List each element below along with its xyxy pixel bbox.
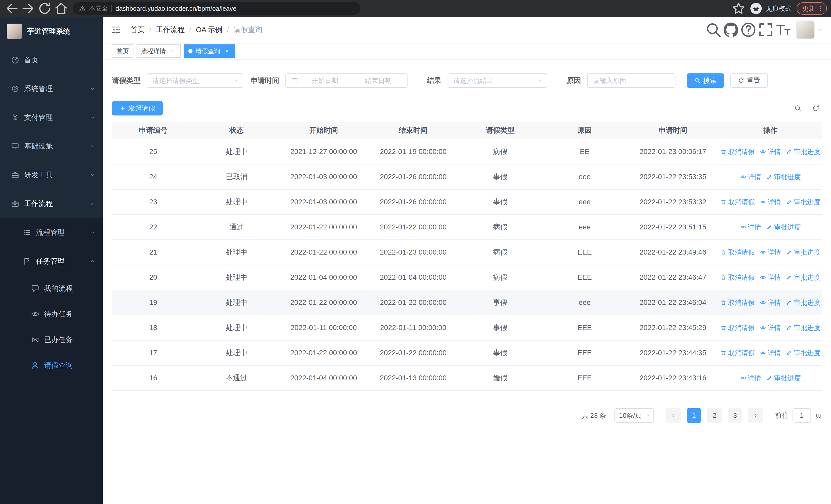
op-approval-progress-link[interactable]: 审批进度 — [786, 198, 821, 207]
eye-icon — [760, 199, 766, 205]
op-label: 取消请假 — [728, 198, 755, 207]
search-toggle-icon[interactable] — [794, 105, 802, 112]
page-1-button[interactable]: 1 — [687, 408, 701, 423]
breadcrumb-item[interactable]: OA 示例 — [196, 25, 223, 35]
op-detail-link[interactable]: 详情 — [760, 298, 781, 307]
browser-forward-icon[interactable] — [21, 1, 36, 16]
browser-home-icon[interactable] — [53, 1, 69, 16]
op-approval-progress-link[interactable]: 审批进度 — [786, 147, 821, 156]
op-approval-progress-link[interactable]: 审批进度 — [786, 349, 821, 357]
op-cancel-leave-link[interactable]: 取消请假 — [720, 298, 755, 307]
sidebar-item-todo-task[interactable]: 待办任务 — [0, 301, 103, 327]
cell-status: 处理中 — [195, 240, 279, 265]
op-approval-progress-link[interactable]: 审批进度 — [766, 374, 801, 383]
cell-apply-time: 2022-01-23 00:06:17 — [627, 139, 719, 164]
update-button[interactable]: 更新 — [797, 2, 827, 14]
op-cancel-leave-link[interactable]: 取消请假 — [720, 323, 755, 332]
font-size-icon[interactable] — [775, 21, 792, 38]
fullscreen-icon[interactable] — [757, 21, 775, 38]
sidebar-item-task-management[interactable]: 任务管理 — [0, 247, 103, 276]
op-detail-link[interactable]: 详情 — [760, 248, 781, 257]
op-cancel-leave-link[interactable]: 取消请假 — [720, 273, 755, 282]
op-detail-link[interactable]: 详情 — [740, 173, 761, 181]
op-approval-progress-link[interactable]: 审批进度 — [766, 173, 801, 181]
result-select[interactable]: 请选择流结果 — [448, 73, 547, 88]
tab-process-detail[interactable]: 流程详情 — [137, 45, 181, 58]
page-3-button[interactable]: 3 — [728, 408, 742, 423]
url-text: dashboard.yudao.iocoder.cn/bpm/oa/leave — [115, 5, 236, 12]
edit-icon — [786, 325, 792, 331]
breadcrumb-separator: / — [190, 26, 192, 34]
op-approval-progress-link[interactable]: 审批进度 — [766, 223, 801, 232]
op-approval-progress-link[interactable]: 审批进度 — [786, 323, 821, 332]
cell-leave-type: 病假 — [458, 240, 543, 265]
sidebar-item-infrastructure[interactable]: 基础设施 — [0, 132, 103, 161]
table-refresh-icon[interactable] — [812, 105, 820, 112]
op-detail-link[interactable]: 详情 — [760, 273, 781, 282]
prev-page-button[interactable] — [666, 408, 681, 423]
table-row: 20处理中2022-01-04 00:00:002022-01-04 00:00… — [112, 265, 822, 290]
eye-icon — [31, 310, 39, 319]
op-cancel-leave-link[interactable]: 取消请假 — [720, 147, 755, 156]
browser-back-icon[interactable] — [4, 1, 20, 16]
sidebar-toggle-icon[interactable] — [111, 25, 121, 35]
sidebar-item-process-management[interactable]: 流程管理 — [0, 218, 103, 247]
leave-type-select[interactable]: 请选择请假类型 — [147, 73, 243, 88]
op-detail-link[interactable]: 详情 — [760, 323, 781, 332]
cell-operations: 取消请假详情审批进度 — [719, 290, 822, 315]
sidebar-item-leave-query[interactable]: 请假查询 — [0, 353, 103, 378]
column-header: 操作 — [719, 122, 822, 139]
search-button[interactable]: 搜索 — [687, 73, 724, 88]
op-label: 审批进度 — [774, 223, 801, 232]
next-page-button[interactable] — [748, 408, 763, 423]
op-cancel-leave-link[interactable]: 取消请假 — [720, 198, 755, 207]
op-detail-link[interactable]: 详情 — [760, 349, 781, 357]
op-approval-progress-link[interactable]: 审批进度 — [786, 248, 821, 257]
apply-time-range-picker[interactable]: 开始日期 - 结束日期 — [285, 73, 407, 88]
tab-label: 流程详情 — [141, 47, 166, 55]
reason-input[interactable] — [587, 73, 676, 88]
avatar-caret-icon[interactable] — [818, 27, 823, 32]
op-detail-link[interactable]: 详情 — [740, 374, 761, 383]
sidebar-item-label: 系统管理 — [24, 84, 53, 94]
sidebar-item-my-process[interactable]: 我的流程 — [0, 276, 103, 301]
help-icon[interactable] — [740, 21, 757, 38]
browser-reload-icon[interactable] — [37, 1, 52, 16]
sidebar-item-done-task[interactable]: 已办任务 — [0, 327, 103, 353]
github-icon[interactable] — [722, 21, 740, 38]
op-detail-link[interactable]: 详情 — [760, 147, 781, 156]
leave-type-label: 请假类型 — [112, 76, 141, 85]
breadcrumb-item[interactable]: 工作流程 — [156, 25, 185, 35]
sidebar-item-system[interactable]: 系统管理 — [0, 75, 103, 103]
sidebar-item-devtools[interactable]: 研发工具 — [0, 161, 103, 189]
page-size-select[interactable]: 10条/页 — [614, 408, 654, 423]
reset-button[interactable]: 重置 — [730, 73, 768, 88]
goto-page-input[interactable] — [793, 408, 811, 423]
sidebar-item-workflow[interactable]: 工作流程 — [0, 189, 103, 218]
tab-leave-query[interactable]: 请假查询 — [184, 45, 235, 58]
breadcrumb-item[interactable]: 首页 — [131, 25, 145, 35]
sidebar-item-home[interactable]: 首页 — [0, 46, 103, 75]
avatar[interactable] — [796, 21, 814, 39]
op-cancel-leave-link[interactable]: 取消请假 — [720, 349, 755, 357]
op-cancel-leave-link[interactable]: 取消请假 — [720, 248, 755, 257]
bookmark-star-icon[interactable] — [731, 1, 746, 16]
menu-kebab-icon[interactable] — [817, 5, 824, 12]
tab-home[interactable]: 首页 — [112, 45, 134, 58]
url-bar[interactable]: 不安全 dashboard.yudao.iocoder.cn/bpm/oa/le… — [73, 2, 360, 15]
create-leave-button[interactable]: 发起请假 — [112, 101, 163, 116]
edit-icon — [786, 299, 792, 306]
close-icon[interactable] — [223, 48, 230, 55]
app-logo[interactable]: 芋道管理系统 — [0, 17, 103, 46]
user-icon — [31, 361, 39, 370]
op-approval-progress-link[interactable]: 审批进度 — [786, 273, 821, 282]
header-search-icon[interactable] — [705, 21, 722, 38]
op-detail-link[interactable]: 详情 — [760, 198, 781, 207]
sidebar-item-payment[interactable]: 支付管理 — [0, 103, 103, 132]
close-icon[interactable] — [169, 48, 176, 55]
breadcrumb-item: 请假查询 — [233, 25, 262, 35]
edit-icon — [786, 350, 792, 356]
op-approval-progress-link[interactable]: 审批进度 — [786, 298, 821, 307]
op-detail-link[interactable]: 详情 — [740, 223, 761, 232]
page-2-button[interactable]: 2 — [707, 408, 722, 423]
